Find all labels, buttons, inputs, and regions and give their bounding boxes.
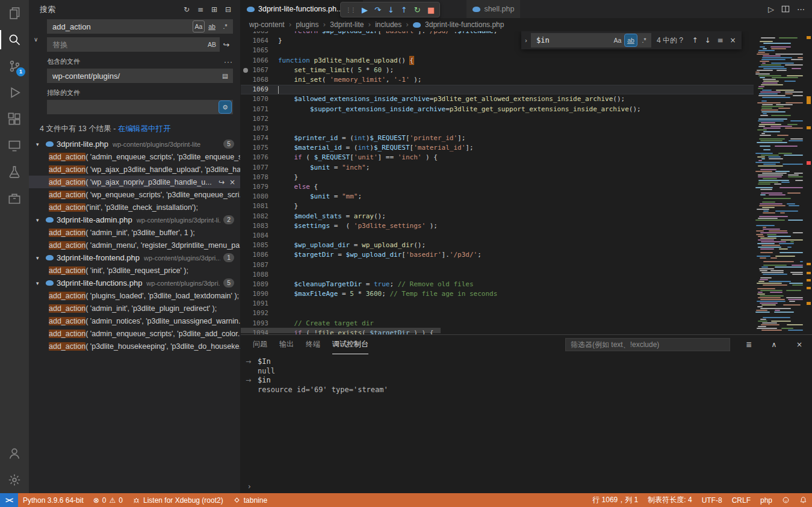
run-debug-icon[interactable] [0, 79, 29, 106]
minimap[interactable] [754, 31, 805, 334]
line-gutter[interactable]: 1082 [241, 212, 278, 221]
line-gutter[interactable]: 1089 [241, 280, 278, 289]
code-line[interactable]: 1072 [241, 114, 754, 124]
replace-icon[interactable]: ↪ [218, 178, 225, 186]
line-gutter[interactable]: 1093 [241, 319, 278, 328]
accounts-icon[interactable] [0, 440, 29, 467]
line-gutter[interactable]: 1072 [241, 114, 278, 124]
match-case-icon[interactable]: Aa [193, 20, 205, 32]
language-item[interactable]: php [755, 493, 777, 507]
code-line[interactable]: 1091 [241, 299, 754, 309]
chevron-expanded-icon[interactable]: ▾ [36, 280, 43, 286]
line-gutter[interactable]: 1069 [241, 85, 278, 94]
debug-continue-icon[interactable]: ▶ [362, 5, 368, 14]
exclude-settings-icon[interactable]: ⚙ [219, 101, 231, 113]
breakpoint-icon[interactable] [243, 68, 248, 73]
line-gutter[interactable]: 1074 [241, 134, 278, 143]
line-gutter[interactable]: 1080 [241, 192, 278, 201]
chevron-expanded-icon[interactable]: ▾ [36, 255, 43, 261]
close-find-icon[interactable]: × [727, 34, 739, 47]
find-match-case-icon[interactable]: Aa [612, 34, 624, 46]
search-result-match[interactable]: add_action( 'p3dlite_housekeeping', 'p3d… [29, 340, 240, 352]
code-line[interactable]: 1079 else { [241, 182, 754, 192]
regex-icon[interactable]: .* [219, 20, 231, 32]
code-line[interactable]: 1089 $cleanupTargetDir = true; // Remove… [241, 280, 754, 289]
search-result-match[interactable]: add_action( 'admin_init', 'p3dlite_plugi… [29, 302, 240, 315]
search-result-match[interactable]: add_action( 'admin_enqueue_scripts', 'p3… [29, 150, 240, 163]
line-gutter[interactable]: 1087 [241, 260, 278, 270]
breadcrumb-item[interactable]: 3dprint-lite [330, 20, 364, 29]
whole-word-icon[interactable]: ab [206, 20, 218, 32]
code-line[interactable]: 1093 // Create target dir [241, 319, 754, 328]
xdebug-listen-item[interactable]: Listen for Xdebug (root2) [128, 493, 228, 507]
extensions-icon[interactable] [0, 106, 29, 132]
tab-problems[interactable]: 问题 [253, 335, 267, 354]
open-in-editor-link[interactable]: 在编辑器中打开 [118, 124, 171, 133]
remote-explorer-icon[interactable] [0, 132, 29, 159]
code-line[interactable]: 1081 } [241, 201, 754, 211]
search-result-match[interactable]: add_action( 'plugins_loaded', 'p3dlite_l… [29, 289, 240, 302]
new-search-editor-icon[interactable]: ⊞ [208, 4, 220, 16]
tab-debug-console[interactable]: 调试控制台 [332, 335, 368, 354]
testing-icon[interactable] [0, 159, 29, 185]
code-line[interactable]: 1075 $material_id = (int)$_REQUEST['mate… [241, 143, 754, 153]
clear-results-icon[interactable]: ≡ [194, 4, 206, 16]
code-line[interactable]: 1076 if ( $_REQUEST['unit'] == 'inch' ) … [241, 153, 754, 162]
debug-console-input[interactable]: › [241, 480, 812, 493]
line-gutter[interactable]: 1092 [241, 309, 278, 318]
search-result-file[interactable]: ▾3dprint-lite-frontend.phpwp-content/plu… [29, 251, 240, 264]
close-panel-icon[interactable]: × [793, 340, 806, 349]
code-line[interactable]: 1078 } [241, 173, 754, 182]
debug-step-over-icon[interactable]: ↷ [374, 5, 381, 14]
horizontal-scrollbar[interactable] [241, 328, 441, 333]
line-gutter[interactable]: 1091 [241, 299, 278, 309]
more-actions-icon[interactable]: ⋯ [797, 5, 805, 14]
breadcrumb-item[interactable]: plugins [296, 20, 319, 29]
search-result-match[interactable]: add_action( 'init', 'p3dlite_request_pri… [29, 264, 240, 277]
code-line[interactable]: 1083 $settings = ( 'p3dlite_settings' ); [241, 221, 754, 231]
debug-console-output[interactable]: →$Innull→$inresource id='69' type='strea… [241, 354, 812, 480]
maximize-panel-icon[interactable]: ∧ [767, 340, 781, 349]
notifications-bell-icon[interactable] [795, 493, 812, 507]
line-gutter[interactable]: 1077 [241, 163, 278, 173]
dismiss-icon[interactable]: × [229, 178, 235, 186]
find-input[interactable] [535, 35, 610, 45]
line-gutter[interactable]: 1075 [241, 143, 278, 153]
packages-icon[interactable] [0, 185, 29, 212]
code-line[interactable]: 1092 [241, 309, 754, 318]
line-gutter[interactable]: 1090 [241, 289, 278, 299]
code-line[interactable]: 1086 $targetDir = $wp_upload_dir['basedi… [241, 250, 754, 260]
remote-indicator[interactable]: >< [0, 493, 18, 507]
previous-match-icon[interactable]: ↑ [689, 34, 701, 47]
line-gutter[interactable]: 1073 [241, 124, 278, 134]
code-line[interactable]: 1084 [241, 231, 754, 241]
line-gutter[interactable]: 1081 [241, 201, 278, 211]
search-result-match[interactable]: add_action( 'wp_ajax_nopriv_p3dlite_hand… [29, 176, 240, 188]
toggle-replace-icon[interactable]: ∨ [34, 36, 38, 43]
code-line[interactable]: 1082 $model_stats = array(); [241, 212, 754, 221]
tab-shell-php[interactable]: shell.php [466, 0, 520, 18]
line-gutter[interactable]: 1071 [241, 105, 278, 114]
search-result-file[interactable]: ▾3dprint-lite-admin.phpwp-content/plugin… [29, 214, 240, 226]
collapse-all-icon[interactable]: ⊟ [222, 4, 234, 16]
line-gutter[interactable]: 1068 [241, 75, 278, 85]
debug-step-out-icon[interactable]: ↑ [401, 5, 408, 14]
search-result-match[interactable]: add_action( 'wp_ajax_p3dlite_handle_uplo… [29, 163, 240, 176]
code-line[interactable]: 1085 $wp_upload_dir = wp_upload_dir(); [241, 241, 754, 250]
tab-output[interactable]: 输出 [279, 335, 294, 354]
code-line[interactable]: 1077 $unit = "inch"; [241, 163, 754, 173]
panel-menu-icon[interactable]: ≣ [742, 340, 755, 349]
search-result-match[interactable]: add_action( 'admin_enqueue_scripts', 'p3… [29, 327, 240, 340]
tabnine-item[interactable]: tabnine [228, 493, 272, 507]
tab-terminal[interactable]: 终端 [306, 335, 320, 354]
include-input[interactable] [51, 71, 218, 81]
breadcrumb-item[interactable]: 3dprint-lite-functions.php [425, 20, 504, 29]
replace-all-icon[interactable]: ↪ [220, 40, 233, 49]
chevron-expanded-icon[interactable]: ▾ [36, 141, 43, 147]
problems-item[interactable]: ⊗ 0 ⚠ 0 [88, 493, 128, 507]
code-line[interactable]: 1074 $printer_id = (int)$_REQUEST['print… [241, 134, 754, 143]
find-in-selection-icon[interactable]: ≡ [714, 34, 727, 47]
eol-item[interactable]: CRLF [727, 493, 755, 507]
search-input[interactable] [51, 22, 191, 32]
next-match-icon[interactable]: ↓ [701, 34, 714, 47]
